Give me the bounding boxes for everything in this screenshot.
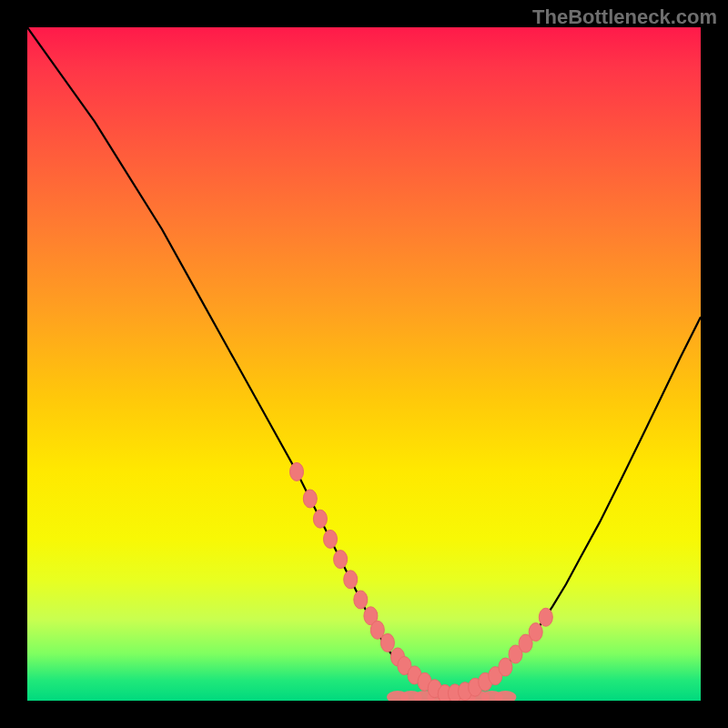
marker-dot [539,608,552,626]
left-curve-line [27,27,445,694]
marker-dot [334,551,348,569]
marker-dot [324,530,338,548]
markers-right-group [438,608,552,701]
markers-left-group [290,462,452,701]
marker-dot [290,462,304,480]
marker-dot [344,571,358,589]
plot-svg [27,27,701,701]
marker-dot [354,591,368,609]
marker-dot [380,633,394,652]
marker-dot [303,490,317,508]
marker-dot [313,510,327,528]
right-curve-line [445,317,701,693]
marker-dot [529,623,542,642]
plot-frame [27,27,701,701]
watermark-text: TheBottleneck.com [532,5,717,29]
